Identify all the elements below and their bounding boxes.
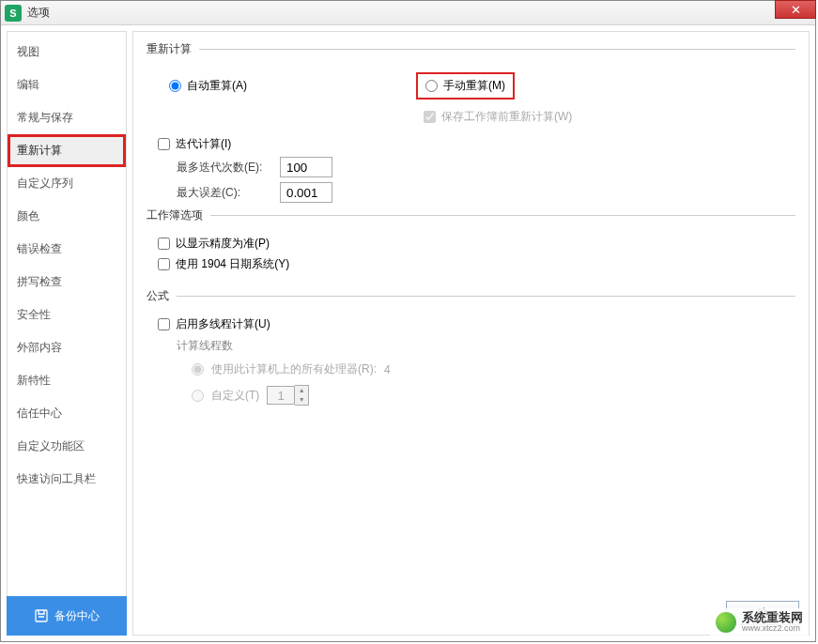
precision-row: 以显示精度为准(P) <box>158 236 795 252</box>
max-change-label: 最大误差(C): <box>177 185 270 201</box>
sidebar-item-customlist[interactable]: 自定义序列 <box>8 167 126 200</box>
options-dialog: S 选项 ✕ 视图 编辑 常规与保存 重新计算 自定义序列 颜色 错误检查 拼写… <box>0 0 816 642</box>
multithread-row: 启用多线程计算(U) <box>158 316 795 332</box>
max-change-input[interactable] <box>280 182 332 203</box>
spinner-up-icon: ▲ <box>295 386 308 395</box>
auto-recalc-radio[interactable]: 自动重算(A) <box>169 78 247 94</box>
sidebar-item-edit[interactable]: 编辑 <box>8 69 126 101</box>
dialog-body: 视图 编辑 常规与保存 重新计算 自定义序列 颜色 错误检查 拼写检查 安全性 … <box>1 25 815 641</box>
manual-recalc-input[interactable] <box>425 80 438 92</box>
recalc-legend: 重新计算 <box>147 41 199 57</box>
sidebar-item-qat[interactable]: 快速访问工具栏 <box>8 463 126 496</box>
use-all-label: 使用此计算机上的所有处理器(R): <box>211 361 377 377</box>
sidebar-item-spellcheck[interactable]: 拼写检查 <box>8 266 126 299</box>
svg-rect-0 <box>36 610 47 621</box>
content-pane: 重新计算 自动重算(A) 手动重算(M) 保存工作簿前重 <box>132 31 810 636</box>
workbook-options-section: 工作簿选项 以显示精度为准(P) 使用 1904 日期系统(Y) <box>147 207 795 277</box>
auto-recalc-label: 自动重算(A) <box>187 78 247 94</box>
custom-threads-row: 自定义(T) ▲ ▼ <box>192 385 795 406</box>
sidebar-item-general[interactable]: 常规与保存 <box>8 101 126 134</box>
close-icon: ✕ <box>791 3 801 17</box>
processor-count: 4 <box>384 363 391 376</box>
date1904-checkbox[interactable] <box>158 258 170 270</box>
sidebar-item-trust[interactable]: 信任中心 <box>8 397 126 430</box>
window-title: 选项 <box>27 5 50 21</box>
iteration-checkbox[interactable] <box>158 138 170 150</box>
threads-label: 计算线程数 <box>177 338 795 354</box>
app-icon: S <box>5 5 22 22</box>
backup-icon <box>34 608 49 623</box>
formula-section: 公式 启用多线程计算(U) 计算线程数 使用此计算机上的所有处理器(R): 4 … <box>147 288 795 406</box>
custom-threads-spinner: ▲ ▼ <box>267 385 309 406</box>
close-button[interactable]: ✕ <box>775 0 816 19</box>
ok-button[interactable]: 确 <box>726 601 799 625</box>
max-iter-row: 最多迭代次数(E): <box>177 157 795 177</box>
sidebar-item-color[interactable]: 颜色 <box>8 200 126 233</box>
sidebar-item-new[interactable]: 新特性 <box>8 364 126 397</box>
manual-recalc-radio[interactable]: 手动重算(M) <box>425 78 505 94</box>
iteration-label: 迭代计算(I) <box>176 136 231 152</box>
spinner-down-icon: ▼ <box>295 395 308 405</box>
footer-buttons: 确 <box>726 601 799 625</box>
manual-recalc-label: 手动重算(M) <box>443 78 505 94</box>
save-before-recalc-checkbox <box>424 111 436 123</box>
backup-label: 备份中心 <box>54 608 100 624</box>
custom-threads-radio <box>192 390 204 402</box>
workbook-options-legend: 工作簿选项 <box>147 207 210 223</box>
sidebar: 视图 编辑 常规与保存 重新计算 自定义序列 颜色 错误检查 拼写检查 安全性 … <box>7 31 127 636</box>
iteration-row: 迭代计算(I) <box>158 136 795 152</box>
formula-legend: 公式 <box>147 288 177 304</box>
multithread-label: 启用多线程计算(U) <box>176 316 270 332</box>
save-before-recalc-label: 保存工作簿前重新计算(W) <box>441 109 572 125</box>
sidebar-item-ribbon[interactable]: 自定义功能区 <box>8 430 126 463</box>
sidebar-item-external[interactable]: 外部内容 <box>8 331 126 364</box>
manual-recalc-highlight: 手动重算(M) <box>416 72 515 100</box>
titlebar: S 选项 ✕ <box>1 1 815 25</box>
custom-threads-input <box>267 386 295 405</box>
recalc-section: 重新计算 自动重算(A) 手动重算(M) 保存工作簿前重 <box>147 41 795 125</box>
date1904-label: 使用 1904 日期系统(Y) <box>176 256 289 272</box>
sidebar-item-recalc[interactable]: 重新计算 <box>8 134 126 167</box>
sidebar-list: 视图 编辑 常规与保存 重新计算 自定义序列 颜色 错误检查 拼写检查 安全性 … <box>8 32 126 596</box>
max-change-row: 最大误差(C): <box>177 182 795 203</box>
save-before-recalc-row: 保存工作簿前重新计算(W) <box>424 109 795 125</box>
backup-center-button[interactable]: 备份中心 <box>7 596 127 636</box>
precision-checkbox[interactable] <box>158 238 170 250</box>
precision-label: 以显示精度为准(P) <box>176 236 270 252</box>
use-all-processors-row: 使用此计算机上的所有处理器(R): 4 <box>192 361 795 377</box>
sidebar-item-errorcheck[interactable]: 错误检查 <box>8 233 126 266</box>
sidebar-item-view[interactable]: 视图 <box>8 36 126 69</box>
use-all-radio <box>192 363 204 376</box>
auto-recalc-input[interactable] <box>169 80 181 92</box>
max-iter-label: 最多迭代次数(E): <box>177 160 270 176</box>
max-iter-input[interactable] <box>280 157 332 177</box>
date1904-row: 使用 1904 日期系统(Y) <box>158 256 795 272</box>
multithread-checkbox[interactable] <box>158 318 170 330</box>
custom-threads-label: 自定义(T) <box>211 388 259 404</box>
sidebar-item-security[interactable]: 安全性 <box>8 299 126 331</box>
